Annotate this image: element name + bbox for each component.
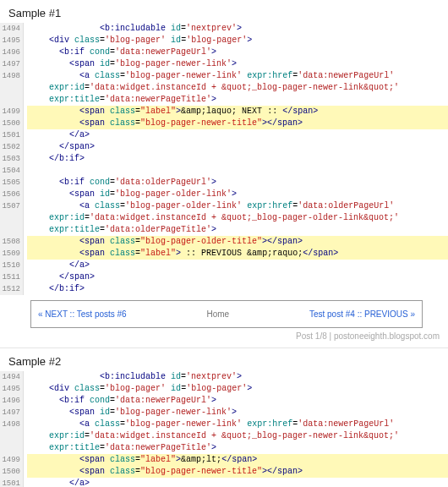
code-line[interactable]: expr:title='data:newerPageTitle'> bbox=[27, 442, 448, 454]
code-line[interactable]: <span id='blog-pager-newer-link'> bbox=[27, 407, 448, 419]
code-line[interactable]: <span id='blog-pager-older-link'> bbox=[27, 189, 448, 200]
code-line[interactable]: <span class="blog-pager-newer-title"></s… bbox=[27, 118, 448, 129]
code-editor[interactable]: 1494149514961497149814991500150115021503… bbox=[0, 371, 448, 487]
code-line[interactable]: <a class='blog-pager-older-link' expr:hr… bbox=[27, 200, 448, 212]
code-line[interactable]: </a> bbox=[27, 260, 448, 271]
code-line[interactable]: expr:title='data:newerPageTitle'> bbox=[27, 94, 448, 106]
code-line[interactable]: <b:if cond='data:newerPageUrl'> bbox=[27, 47, 448, 58]
code-line[interactable]: <span id='blog-pager-newer-link'> bbox=[27, 58, 448, 70]
code-line[interactable]: <span class="label">&amp;lt;</span> bbox=[27, 454, 448, 466]
code-line[interactable]: expr:id='data:widget.instanceId + &quot;… bbox=[27, 430, 448, 442]
code-line[interactable]: <b:includable id='nextprev'> bbox=[27, 23, 448, 35]
sample-heading: Sample #2 bbox=[0, 348, 448, 371]
code-line[interactable]: <a class='blog-pager-newer-link' expr:hr… bbox=[27, 419, 448, 430]
code-line[interactable] bbox=[27, 165, 448, 177]
code-line[interactable]: <b:includable id='nextprev'> bbox=[27, 371, 448, 383]
code-line[interactable]: </a> bbox=[27, 478, 448, 487]
code-line[interactable]: </span> bbox=[27, 271, 448, 283]
code-line[interactable]: expr:id='data:widget.instanceId + &quot;… bbox=[27, 82, 448, 94]
code-line[interactable]: <span class="blog-pager-older-title"></s… bbox=[27, 236, 448, 248]
code-line[interactable]: <div class='blog-pager' id='blog-pager'> bbox=[27, 35, 448, 47]
newer-link[interactable]: « NEXT :: Test posts #6 bbox=[38, 309, 127, 319]
code-line[interactable]: <b:if cond='data:newerPageUrl'> bbox=[27, 395, 448, 407]
line-number-gutter: 1494149514961497149814991500150115021503… bbox=[0, 23, 24, 295]
sample-heading: Sample #1 bbox=[0, 0, 448, 23]
code-line[interactable]: </b:if> bbox=[27, 283, 448, 295]
line-number-gutter: 1494149514961497149814991500150115021503… bbox=[0, 371, 24, 487]
code-line[interactable]: <span class="label">&amp;laquo; NEXT :: … bbox=[27, 106, 448, 118]
code-line[interactable]: </span> bbox=[27, 141, 448, 153]
code-line[interactable]: expr:title='data:olderPageTitle'> bbox=[27, 224, 448, 236]
code-line[interactable]: <span class="label"> :: PREVIOUS &amp;ra… bbox=[27, 248, 448, 260]
pager-preview: « NEXT :: Test posts #6HomeTest post #4 … bbox=[30, 300, 423, 328]
code-line[interactable]: <div class='blog-pager' id='blog-pager'> bbox=[27, 383, 448, 395]
code-editor[interactable]: 1494149514961497149814991500150115021503… bbox=[0, 23, 448, 295]
code-line[interactable]: </b:if> bbox=[27, 153, 448, 165]
home-link[interactable]: Home bbox=[206, 309, 229, 319]
caption: Post 1/8 | postoneeighth.blogspot.com bbox=[0, 330, 448, 347]
code-line[interactable]: <b:if cond='data:olderPageUrl'> bbox=[27, 177, 448, 189]
code-line[interactable]: expr:id='data:widget.instanceId + &quot;… bbox=[27, 212, 448, 224]
code-line[interactable]: <span class="blog-pager-newer-title"></s… bbox=[27, 466, 448, 478]
code-line[interactable]: </a> bbox=[27, 129, 448, 141]
code-line[interactable]: <a class='blog-pager-newer-link' expr:hr… bbox=[27, 70, 448, 82]
older-link[interactable]: Test post #4 :: PREVIOUS » bbox=[309, 309, 415, 319]
